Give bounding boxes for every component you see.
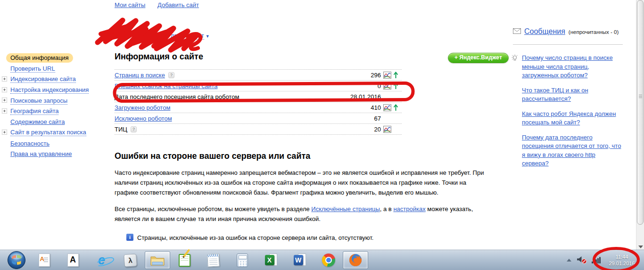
start-button[interactable] bbox=[3, 251, 30, 270]
sidebar-item-security[interactable]: Безопасность bbox=[2, 138, 113, 149]
firefox-icon[interactable] bbox=[343, 251, 368, 269]
stat-link[interactable]: Загружено роботом bbox=[115, 104, 170, 111]
stat-link[interactable]: Внешних ссылок на страницы сайта bbox=[115, 82, 217, 90]
errors-paragraph-1: Часто индексирование страниц намеренно з… bbox=[115, 168, 489, 197]
chart-icon[interactable] bbox=[383, 72, 391, 79]
sidebar-item-general-info[interactable]: Общая информация bbox=[2, 53, 113, 64]
stat-link[interactable]: Исключено роботом bbox=[115, 115, 172, 122]
ie-letter: e bbox=[98, 254, 105, 267]
word-icon[interactable]: W bbox=[285, 251, 314, 270]
sidebar-item-label[interactable]: География сайта bbox=[10, 107, 58, 115]
stat-row-excluded-by-robot: Исключено роботом 67 bbox=[115, 113, 402, 124]
chart-icon[interactable] bbox=[383, 82, 391, 90]
info-icon: i bbox=[126, 234, 133, 241]
help-icon[interactable]: ? bbox=[131, 126, 137, 132]
stat-link[interactable]: Страниц в поиске bbox=[115, 72, 165, 79]
p2-text: Все страницы, исключённые роботом, вы мо… bbox=[115, 205, 311, 213]
active-item-pill: Общая информация bbox=[6, 53, 73, 63]
settings-link[interactable]: настройках bbox=[393, 205, 425, 213]
sidebar-item-label[interactable]: Поисковые запросы bbox=[10, 97, 67, 105]
help-icon[interactable]: ? bbox=[168, 72, 174, 78]
network-signal-icon[interactable] bbox=[592, 257, 601, 263]
divider bbox=[513, 44, 623, 45]
sidebar-item-label[interactable]: Проверить URL bbox=[10, 65, 55, 73]
sidebar-item-search-queries[interactable]: Поисковые запросы bbox=[2, 95, 113, 106]
stat-value: 67 bbox=[343, 115, 381, 122]
trend-up-icon bbox=[393, 104, 398, 111]
yandex-widget-button[interactable]: + Яндекс.Виджет bbox=[448, 53, 509, 63]
envelope-icon bbox=[513, 28, 521, 34]
help-link-item[interactable]: Как часто робот Яндекса должен посещать … bbox=[522, 109, 623, 127]
notepad-icon[interactable] bbox=[199, 251, 228, 270]
p2-text: , а в bbox=[380, 205, 394, 213]
excel-letter: X bbox=[267, 256, 272, 264]
windows-explorer-icon[interactable] bbox=[145, 251, 170, 269]
unread-count: (непрочитанных - 0) bbox=[569, 29, 619, 35]
help-link[interactable]: Как часто робот Яндекса должен посещать … bbox=[522, 110, 616, 126]
sidebar-item-check-url[interactable]: Проверить URL bbox=[2, 64, 113, 74]
help-link-item[interactable]: Что такое ТИЦ и как он рассчитывается? bbox=[522, 86, 623, 103]
font-viewer-icon[interactable]: A bbox=[58, 251, 87, 270]
expand-plus-icon[interactable] bbox=[2, 108, 7, 114]
wordpad-icon[interactable]: A bbox=[30, 251, 58, 270]
expand-plus-icon[interactable] bbox=[2, 87, 7, 92]
scrollbar-thumb[interactable] bbox=[637, 0, 644, 225]
top-nav: Мои сайты Добавить сайт bbox=[115, 1, 209, 8]
expand-plus-icon[interactable] bbox=[2, 98, 7, 103]
excel-icon[interactable]: X bbox=[256, 251, 285, 270]
info-note: i Страницы, исключённые из-за ошибок на … bbox=[126, 234, 489, 241]
chart-icon[interactable] bbox=[383, 104, 391, 111]
help-link-item[interactable]: Почему дата последнего посещения отличае… bbox=[522, 133, 623, 168]
yandex-webmaster-page: Мои сайты Добавить сайт другой сайт▼ Общ… bbox=[0, 0, 644, 270]
sidebar-item-label[interactable]: Права на управление bbox=[10, 150, 72, 157]
sidebar-item-label[interactable]: Безопасность bbox=[10, 140, 50, 147]
stat-text: ТИЦ bbox=[115, 126, 127, 133]
messages-block: Сообщения (непрочитанных - 0) bbox=[513, 27, 623, 36]
sidebar-item-indexing-settings[interactable]: Настройка индексирования bbox=[2, 85, 113, 96]
notepad-plus-plus-icon[interactable] bbox=[170, 251, 199, 270]
chrome-icon[interactable] bbox=[314, 251, 343, 270]
help-link[interactable]: Что такое ТИЦ и как он рассчитывается? bbox=[522, 87, 588, 103]
add-site-link[interactable]: Добавить сайт bbox=[157, 1, 199, 8]
my-sites-link[interactable]: Мои сайты bbox=[115, 1, 145, 8]
calculator-icon[interactable] bbox=[228, 251, 256, 270]
right-sidebar: Сообщения (непрочитанных - 0) Почему чис… bbox=[513, 27, 623, 174]
internet-explorer-icon[interactable]: e bbox=[87, 251, 116, 270]
scrollbar-down-arrow[interactable] bbox=[638, 245, 643, 248]
sidebar-item-indexing[interactable]: Индексирование сайта bbox=[2, 74, 113, 85]
site-selector: другой сайт▼ bbox=[171, 32, 210, 39]
stat-value: 296 bbox=[343, 72, 381, 79]
sidebar-item-label[interactable]: Индексирование сайта bbox=[10, 75, 76, 83]
other-site-dropdown[interactable]: другой сайт bbox=[171, 32, 204, 40]
folder-icon bbox=[150, 254, 165, 266]
help-link[interactable]: Почему число страниц в поиске меньше чис… bbox=[522, 54, 613, 79]
excluded-pages-link[interactable]: Исключённые страницы bbox=[311, 205, 380, 213]
translator-cube-icon[interactable]: λ bbox=[116, 251, 145, 270]
sidebar-item-access-rights[interactable]: Права на управление bbox=[2, 148, 113, 159]
sidebar-item-label[interactable]: Содержимое сайта bbox=[10, 118, 65, 125]
taskbar-clock[interactable]: 11:44 29.01.2016 bbox=[605, 254, 638, 267]
vertical-scrollbar[interactable] bbox=[636, 0, 644, 250]
help-link[interactable]: Почему дата последнего посещения отличае… bbox=[522, 134, 621, 167]
help-link-item[interactable]: Почему число страниц в поиске меньше чис… bbox=[522, 53, 623, 80]
sidebar-item-label[interactable]: Настройка индексирования bbox=[10, 86, 89, 94]
sidebar-item-site-geography[interactable]: География сайта bbox=[2, 106, 113, 117]
stat-value: 410 bbox=[343, 104, 381, 111]
sidebar-item-site-in-results[interactable]: Сайт в результатах поиска bbox=[2, 127, 113, 138]
sidebar-item-label[interactable]: Сайт в результатах поиска bbox=[10, 129, 86, 136]
info-note-text: Страницы, исключённые из-за ошибок на ст… bbox=[137, 234, 373, 241]
expand-plus-icon[interactable] bbox=[2, 76, 7, 82]
stat-row-last-robot-visit: Дата последнего посещения сайта роботом … bbox=[115, 91, 402, 102]
volume-muted-icon[interactable] bbox=[576, 256, 587, 264]
help-links-list: Почему число страниц в поиске меньше чис… bbox=[513, 53, 623, 168]
show-hidden-icons[interactable] bbox=[567, 259, 571, 262]
clock-date: 29.01.2016 bbox=[605, 260, 638, 267]
errors-section: Ошибки на стороне вашего сервера или сай… bbox=[115, 151, 492, 241]
errors-section-title: Ошибки на стороне вашего сервера или сай… bbox=[115, 151, 492, 161]
sidebar-item-site-content[interactable]: Содержимое сайта bbox=[2, 117, 113, 128]
messages-link[interactable]: Сообщения bbox=[524, 27, 565, 36]
expand-plus-icon[interactable] bbox=[2, 130, 7, 135]
chevron-down-icon: ▼ bbox=[206, 34, 210, 39]
chart-icon[interactable] bbox=[383, 126, 391, 133]
stat-row-tic: ТИЦ? 20 bbox=[115, 124, 402, 135]
